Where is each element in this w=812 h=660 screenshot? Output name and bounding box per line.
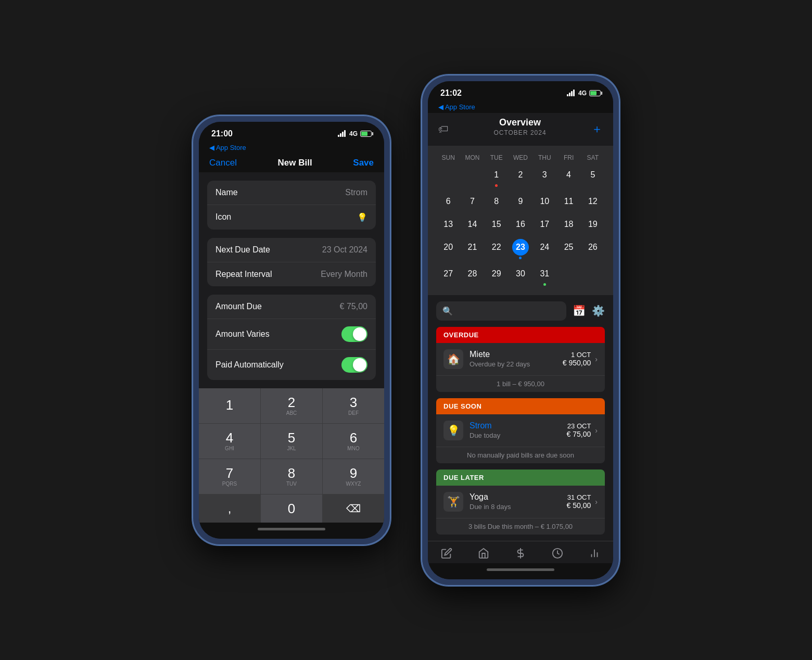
cal-day-5[interactable]: 5 [581,163,605,190]
cal-day-22[interactable]: 22 [485,236,509,262]
calendar-header-row: SUN MON TUE WED THU FRI SAT [436,152,605,163]
name-label: Name [215,188,238,197]
strom-icon: 💡 [443,421,463,440]
cal-day-15[interactable]: 15 [485,213,509,236]
key-6[interactable]: 6 MNO [323,424,384,459]
name-value: Strom [345,188,367,197]
amount-due-label: Amount Due [215,302,262,311]
appstore-back-2[interactable]: ◀ App Store [438,103,475,111]
cancel-button[interactable]: Cancel [209,158,237,168]
overview-subtitle: OCTOBER 2024 [493,129,546,136]
cal-day-23-today[interactable]: 23 [509,236,532,262]
key-comma[interactable]: , [199,494,260,523]
yoga-info: Yoga Due in 8 days [470,492,567,511]
cal-day-6[interactable]: 6 [436,190,460,213]
cal-day-26[interactable]: 26 [581,236,605,262]
overdue-section: OVERDUE 🏠 Miete Overdue by 22 days 1 OCT… [436,327,605,392]
status-icons-1: 4G [338,130,372,137]
tab-stats[interactable] [582,545,606,561]
cal-day-17[interactable]: 17 [532,213,556,236]
key-backspace[interactable]: ⌫ [323,494,384,523]
key-0[interactable]: 0 [261,494,322,523]
cal-day-3[interactable]: 3 [532,163,556,190]
tab-edit[interactable] [435,545,459,561]
calendar-view-icon[interactable]: 📅 [573,304,586,317]
amount-varies-label: Amount Varies [215,329,270,339]
battery-icon-2 [589,90,601,96]
key-5[interactable]: 5 JKL [261,424,322,459]
status-bar-2: 21:02 4G [428,81,613,101]
cal-day-10[interactable]: 10 [532,190,556,213]
form-row-amount-varies[interactable]: Amount Varies [207,319,376,350]
cal-day-29[interactable]: 29 [485,262,509,289]
cal-day-18[interactable]: 18 [556,213,580,236]
form-row-paid-auto[interactable]: Paid Automatically [207,350,376,380]
tab-bank[interactable] [472,545,496,561]
cal-day-31[interactable]: 31 [532,262,556,289]
yoga-date: 31 OCT [567,493,591,501]
cal-day-16[interactable]: 16 [509,213,532,236]
cal-day-24[interactable]: 24 [532,236,556,262]
strom-right: 23 OCT € 75,00 [567,422,591,438]
settings-icon[interactable]: ⚙️ [592,304,605,317]
paid-auto-toggle[interactable] [341,357,367,373]
cal-day-28[interactable]: 28 [460,262,484,289]
cal-day-4[interactable]: 4 [556,163,580,190]
cal-day-1[interactable]: 1 [485,163,509,190]
key-2[interactable]: 2 ABC [261,388,322,423]
cal-day-7[interactable]: 7 [460,190,484,213]
yoga-name: Yoga [470,492,567,502]
bill-miete[interactable]: 🏠 Miete Overdue by 22 days 1 OCT € 950,0… [436,343,605,376]
phone-1: 21:00 4G ◀ App Store Cancel [193,116,390,545]
cal-day-25[interactable]: 25 [556,236,580,262]
bill-strom[interactable]: 💡 Strom Due today 23 OCT € 75,00 › [436,414,605,447]
cal-day-9[interactable]: 9 [509,190,532,213]
yoga-icon: 🏋 [443,492,463,512]
tab-bar [428,541,613,563]
cal-day-30[interactable]: 30 [509,262,532,289]
cal-day-13[interactable]: 13 [436,213,460,236]
due-soon-footer: No manually paid bills are due soon [436,447,605,463]
cal-day-20[interactable]: 20 [436,236,460,262]
cal-day-8[interactable]: 8 [485,190,509,213]
cal-day-2[interactable]: 2 [509,163,532,190]
save-button[interactable]: Save [353,158,374,168]
cal-week-5: 27 28 29 30 31 [436,262,605,289]
key-4[interactable]: 4 GHI [199,424,260,459]
form-row-due-date[interactable]: Next Due Date 23 Oct 2024 [207,238,376,262]
overdue-footer: 1 bill – € 950,00 [436,376,605,392]
cal-day-12[interactable]: 12 [581,190,605,213]
cal-day-27[interactable]: 27 [436,262,460,289]
form-row-icon[interactable]: Icon 💡 [207,205,376,230]
search-bar[interactable]: 🔍 [436,301,566,321]
cal-week-3: 13 14 15 16 17 18 19 [436,213,605,236]
cal-day-19[interactable]: 19 [581,213,605,236]
add-button[interactable]: ＋ [591,121,603,137]
cal-header-tue: TUE [485,152,509,163]
form-row-name[interactable]: Name Strom [207,181,376,205]
key-3[interactable]: 3 DEF [323,388,384,423]
cal-header-wed: WED [509,152,532,163]
cal-day-empty4 [581,262,605,289]
cal-day-21[interactable]: 21 [460,236,484,262]
key-7[interactable]: 7 PQRS [199,459,260,494]
cal-day-14[interactable]: 14 [460,213,484,236]
signal-icon-2 [567,90,575,96]
bill-yoga[interactable]: 🏋 Yoga Due in 8 days 31 OCT € 50,00 › [436,486,605,518]
overview-screen: SUN MON TUE WED THU FRI SAT 1 2 3 [428,146,613,541]
key-9[interactable]: 9 WXYZ [323,459,384,494]
tab-balance[interactable] [509,545,532,561]
key-1[interactable]: 1 [199,388,260,423]
cal-day-empty2 [460,163,484,190]
cal-day-11[interactable]: 11 [556,190,580,213]
tab-history[interactable] [545,545,569,561]
appstore-bar-2: ◀ App Store [428,101,613,113]
due-later-header: DUE LATER [436,469,605,486]
due-soon-header: DUE SOON [436,398,605,414]
key-8[interactable]: 8 TUV [261,459,322,494]
form-row-repeat[interactable]: Repeat Interval Every Month [207,262,376,286]
amount-varies-toggle[interactable] [341,326,367,342]
appstore-back-1[interactable]: ◀ App Store [209,144,246,151]
calendar-section: SUN MON TUE WED THU FRI SAT 1 2 3 [428,146,613,295]
form-row-amount-due[interactable]: Amount Due € 75,00 [207,295,376,319]
